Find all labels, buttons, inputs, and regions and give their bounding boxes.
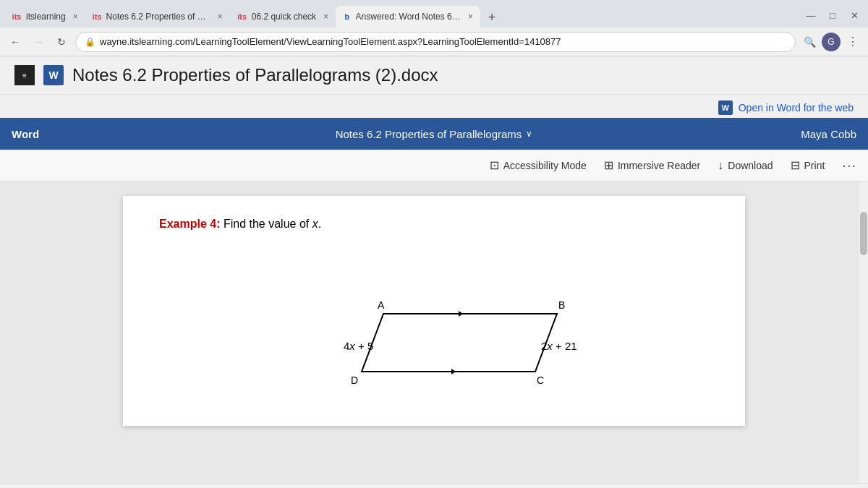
document-title: Notes 6.2 Properties of Parallelograms: [336, 128, 522, 140]
page-title-bar: ≡ W Notes 6.2 Properties of Parallelogra…: [0, 56, 868, 95]
itslearning-favicon: its: [12, 12, 22, 22]
tab-quickcheck-close[interactable]: ×: [323, 12, 328, 22]
search-button[interactable]: 🔍: [800, 33, 819, 51]
tab-quickcheck-label: 06.2 quick check: [252, 12, 316, 22]
print-label: Print: [804, 160, 825, 171]
vertex-b-label: B: [558, 299, 565, 311]
open-word-icon: W: [718, 100, 733, 115]
document-page: Example 4: Find the value of x. A B C: [123, 196, 745, 426]
arrowhead-ab: [459, 311, 463, 317]
open-word-area: W Open in Word for the web: [0, 95, 868, 118]
parallelogram-diagram: A B C D 4x + 5 2x + 21: [289, 245, 579, 404]
menu-button[interactable]: ⋮: [843, 33, 862, 51]
title-chevron-icon: ∨: [526, 129, 532, 139]
download-icon: ↓: [718, 159, 723, 172]
word-icon: W: [43, 65, 64, 85]
vertex-a-label: A: [378, 299, 385, 311]
itslearning-icon-label: ≡: [22, 72, 27, 80]
tab-answered-close[interactable]: ×: [468, 12, 473, 22]
word-icon-label: W: [48, 69, 58, 81]
url-text: wayne.itslearning.com/LearningToolElemen…: [100, 36, 561, 47]
tab-notes-label: Notes 6.2 Properties of Parallelo: [106, 12, 210, 22]
word-app-label: Word: [12, 128, 69, 140]
accessibility-icon: ⊡: [490, 158, 499, 172]
diagram-area: A B C D 4x + 5 2x + 21: [159, 245, 709, 404]
tab-itslearning[interactable]: its itslearning ×: [4, 6, 85, 27]
document-area: Example 4: Find the value of x. A B C: [0, 181, 868, 483]
minimize-button[interactable]: —: [801, 6, 820, 25]
tab-quickcheck[interactable]: its 06.2 quick check ×: [230, 6, 336, 27]
tab-itslearning-label: itslearning: [26, 12, 66, 22]
more-actions-button[interactable]: ···: [842, 157, 856, 174]
immersive-icon: ⊞: [604, 158, 613, 172]
scrollbar-thumb[interactable]: [860, 212, 867, 255]
download-button[interactable]: ↓ Download: [718, 159, 773, 172]
nav-bar: ← → ↻ 🔒 wayne.itslearning.com/LearningTo…: [0, 27, 868, 56]
open-word-label: Open in Word for the web: [739, 102, 854, 114]
document-title-bar[interactable]: Notes 6.2 Properties of Parallelograms ∨: [69, 128, 799, 140]
reload-button[interactable]: ↻: [52, 33, 71, 51]
accessibility-label: Accessibility Mode: [503, 160, 587, 171]
forward-button[interactable]: →: [29, 33, 48, 51]
maximize-button[interactable]: □: [823, 6, 842, 25]
example-text: Find the value of x.: [224, 218, 321, 230]
quickcheck-favicon: its: [237, 12, 247, 22]
tab-bar: its itslearning × its Notes 6.2 Properti…: [0, 0, 868, 27]
tab-answered-label: Answered: Word Notes 6.2 Prope: [356, 12, 461, 22]
add-tab-button[interactable]: +: [482, 7, 502, 27]
immersive-label: Immersive Reader: [618, 160, 700, 171]
vertex-c-label: C: [537, 374, 544, 386]
print-button[interactable]: ⊟ Print: [791, 158, 825, 172]
back-button[interactable]: ←: [6, 33, 25, 51]
lock-icon: 🔒: [85, 37, 95, 47]
answered-favicon: b: [343, 12, 351, 22]
status-bar: Page 2 of 4 100% Give Feedback to Micros…: [0, 483, 868, 488]
accessibility-mode-button[interactable]: ⊡ Accessibility Mode: [490, 158, 587, 172]
open-word-button[interactable]: W Open in Word for the web: [718, 100, 854, 115]
profile-button[interactable]: G: [822, 33, 841, 51]
open-word-icon-label: W: [722, 103, 729, 112]
tab-notes[interactable]: its Notes 6.2 Properties of Parallelo ×: [85, 6, 230, 27]
right-side-label: 2x + 21: [541, 340, 577, 352]
download-label: Download: [728, 160, 773, 171]
nav-right-controls: 🔍 G ⋮: [800, 33, 862, 51]
vertex-d-label: D: [351, 374, 358, 386]
itslearning-icon: ≡: [14, 65, 35, 85]
tab-itslearning-close[interactable]: ×: [73, 12, 78, 22]
arrowhead-dc: [451, 369, 456, 374]
notes-favicon: its: [93, 12, 102, 22]
word-toolbar: Word Notes 6.2 Properties of Parallelogr…: [0, 118, 868, 150]
print-icon: ⊟: [791, 158, 800, 172]
user-name: Maya Cobb: [799, 128, 856, 140]
address-bar[interactable]: 🔒 wayne.itslearning.com/LearningToolElem…: [75, 32, 796, 52]
tab-notes-close[interactable]: ×: [218, 12, 223, 22]
page-title: Notes 6.2 Properties of Parallelograms (…: [72, 65, 438, 85]
action-bar: ⊡ Accessibility Mode ⊞ Immersive Reader …: [0, 150, 868, 181]
left-side-label: 4x + 5: [344, 340, 373, 352]
tab-answered[interactable]: b Answered: Word Notes 6.2 Prope ×: [336, 6, 480, 27]
close-window-button[interactable]: ✕: [845, 6, 864, 25]
immersive-reader-button[interactable]: ⊞ Immersive Reader: [604, 158, 700, 172]
scrollbar[interactable]: [859, 181, 868, 483]
example-label: Example 4:: [159, 218, 220, 230]
parallelogram-shape: [362, 314, 557, 372]
example-title: Example 4: Find the value of x.: [159, 218, 709, 231]
